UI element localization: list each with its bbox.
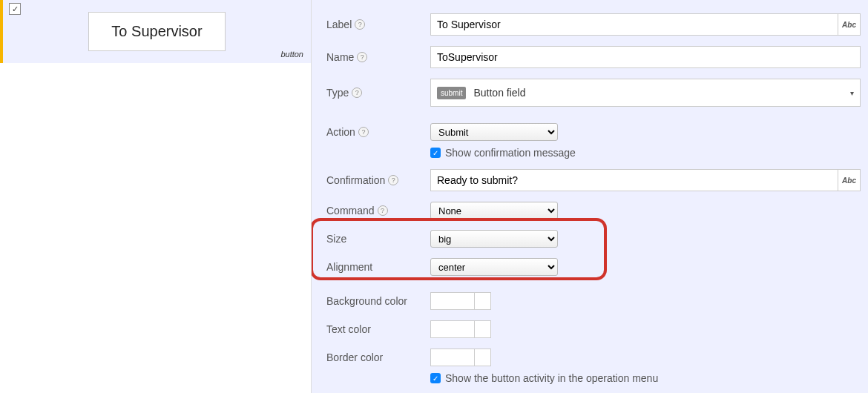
preview-type-tag: button <box>280 50 303 59</box>
label-label: Label ? <box>326 19 430 30</box>
label-name: Name ? <box>326 51 430 63</box>
label-bgcolor: Background color <box>326 295 430 307</box>
bordercolor-input[interactable] <box>430 349 491 366</box>
show-activity-checkbox[interactable]: ✓ <box>430 373 441 383</box>
help-icon[interactable]: ? <box>388 175 398 185</box>
preview-button[interactable]: To Supervisor <box>88 12 225 51</box>
show-activity-label: Show the button activity in the operatio… <box>445 372 658 384</box>
help-icon[interactable]: ? <box>352 87 362 98</box>
form-pane: Label ? Abc Name ? Type ? <box>312 0 868 393</box>
help-icon[interactable]: ? <box>355 19 365 30</box>
alignment-select[interactable]: center <box>430 258 558 276</box>
color-swatch[interactable] <box>474 321 490 337</box>
chevron-down-icon: ▾ <box>850 89 854 97</box>
show-confirm-label: Show confirmation message <box>445 147 576 159</box>
name-input[interactable] <box>430 46 861 68</box>
confirmation-input[interactable] <box>430 169 838 191</box>
color-swatch[interactable] <box>474 349 490 366</box>
label-action: Action ? <box>326 126 430 138</box>
preview-select-checkbox[interactable]: ✓ <box>9 3 21 15</box>
type-select-text: Button field <box>473 87 525 99</box>
label-size: Size <box>326 233 430 245</box>
command-select[interactable]: None <box>430 202 558 219</box>
label-input[interactable] <box>430 13 838 36</box>
type-select[interactable]: submit Button field ▾ <box>430 79 861 107</box>
textcolor-input[interactable] <box>430 320 491 338</box>
submit-badge-icon: submit <box>437 87 466 99</box>
action-select[interactable]: Submit <box>430 123 558 141</box>
color-swatch[interactable] <box>474 293 490 309</box>
bgcolor-input[interactable] <box>430 292 491 310</box>
label-alignment: Alignment <box>326 261 430 273</box>
help-icon[interactable]: ? <box>378 205 388 216</box>
show-confirm-checkbox[interactable]: ✓ <box>430 148 441 158</box>
preview-pane: ✓ To Supervisor button <box>0 0 312 393</box>
label-textcolor: Text color <box>326 323 430 335</box>
label-type: Type ? <box>326 87 430 99</box>
size-select[interactable]: big <box>430 230 558 248</box>
abc-icon[interactable]: Abc <box>838 169 861 191</box>
preview-strip: ✓ To Supervisor button <box>0 0 311 63</box>
label-command: Command ? <box>326 205 430 217</box>
abc-icon[interactable]: Abc <box>838 13 861 36</box>
help-icon[interactable]: ? <box>358 127 369 137</box>
label-bordercolor: Border color <box>326 351 430 363</box>
label-confirmation: Confirmation ? <box>326 174 430 186</box>
help-icon[interactable]: ? <box>357 52 367 62</box>
